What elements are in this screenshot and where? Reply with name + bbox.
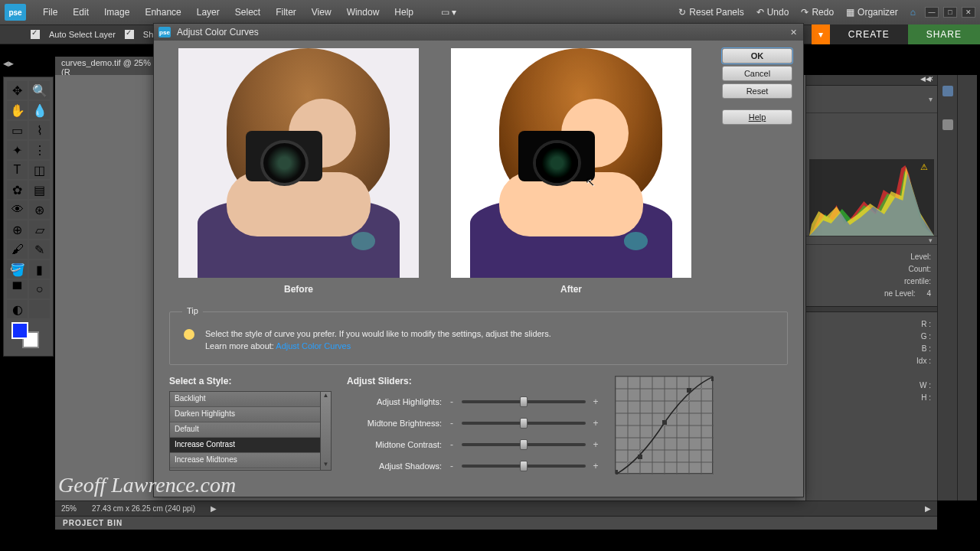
info-panel: R : G : B : Idx : W : H : [806,312,937,410]
dialog-titlebar[interactable]: pse Adjust Color Curves ✕ [154,24,803,41]
eraser-tool[interactable]: ▱ [29,220,50,239]
panel-dropdown-icon[interactable]: ▾ [929,95,933,103]
slider-label: Adjust Shadows: [347,461,442,471]
organizer-button[interactable]: ▦Organizer [841,5,903,19]
smartbrush-tool[interactable]: ✎ [29,240,50,259]
undo-button[interactable]: ↶Undo [752,5,794,19]
style-item[interactable]: Darken Highlights [170,407,320,422]
screen-mode-button[interactable]: ▭ ▾ [436,5,461,19]
menu-image[interactable]: Image [96,7,137,18]
close-button[interactable]: ✕ [962,7,975,18]
plus-icon: + [592,461,599,471]
style-item[interactable]: Default [170,422,320,438]
crop-tool[interactable]: ◫ [29,161,50,179]
dialog-title: Adjust Color Curves [177,27,259,37]
menu-file[interactable]: File [35,7,65,18]
svg-rect-23 [616,470,618,474]
foreground-color[interactable] [11,322,28,339]
reset-button[interactable]: Reset [722,83,792,99]
help-button[interactable]: Help [722,109,792,125]
before-label: Before [178,284,419,295]
minus-icon: - [448,439,456,450]
style-item[interactable]: Backlight [170,392,320,407]
share-tab[interactable]: SHARE [908,24,980,44]
minus-icon: - [448,461,456,471]
highlights-slider[interactable] [462,400,586,403]
redeye-tool[interactable]: 👁 [7,201,28,219]
lasso-tool[interactable]: ⌇ [29,121,50,139]
dialog-close-button[interactable]: ✕ [788,27,799,37]
menu-layer[interactable]: Layer [189,7,227,18]
brush-tool[interactable]: 🖌 [7,240,28,259]
cancel-button[interactable]: Cancel [722,66,792,81]
recompose-tool[interactable]: ▤ [29,181,50,199]
note-tool[interactable]: ▮ [29,260,50,279]
status-arrow-icon[interactable]: ▶ [211,504,217,513]
menu-help[interactable]: Help [387,7,421,18]
blur-tool[interactable]: ○ [29,280,50,298]
menu-window[interactable]: Window [339,7,387,18]
document-tab-row: curves_demo.tif @ 25% (R [55,60,162,75]
plus-icon: + [592,396,599,407]
sponge-tool[interactable]: ◐ [7,300,28,318]
hand-tool[interactable]: ✋ [7,101,28,119]
auto-select-label: Auto Select Layer [49,30,116,39]
after-preview [451,48,691,278]
slider-label: Midtone Brightness: [347,419,442,428]
color-swatches[interactable] [5,319,51,353]
gradient-tool[interactable]: ▀ [7,280,28,298]
home-button[interactable]: ⌂ [906,5,920,19]
edit-tab-dropdown[interactable]: ▾ [812,24,830,44]
style-item[interactable]: Increase Midtones [170,453,320,468]
zoom-tool[interactable]: 🔍 [29,81,50,99]
cookie-tool[interactable]: ✿ [7,181,28,199]
menu-filter[interactable]: Filter [268,7,304,18]
lightbulb-icon [184,329,194,340]
doc-dimensions: 27.43 cm x 26.25 cm (240 ppi) [92,504,195,513]
undo-icon: ↶ [756,7,764,18]
toolbox: ✥🔍 ✋💧 ▭⌇ ✦⋮ T◫ ✿▤ 👁⊛ ⊕▱ 🖌✎ 🪣▮ ▀○ ◐ [3,77,54,357]
ok-button[interactable]: OK [722,48,792,64]
tab-grip-icon[interactable]: ◀▶ [3,60,12,69]
menu-select[interactable]: Select [227,7,268,18]
menu-view[interactable]: View [304,7,339,18]
panel-close-icon[interactable]: ✕ [928,75,936,83]
midtone-brightness-slider[interactable] [462,422,586,425]
after-label: After [451,284,691,295]
histo-menu-icon[interactable]: ▾ [929,236,933,244]
collapsed-panel-1[interactable] [937,75,957,500]
redo-button[interactable]: ↷Redo [796,5,838,19]
menu-edit[interactable]: Edit [65,7,96,18]
minimize-button[interactable]: — [925,7,939,18]
style-item-selected[interactable]: Increase Contrast [170,438,320,453]
maximize-button[interactable]: □ [943,7,957,18]
eyedropper-tool[interactable]: 💧 [29,101,50,119]
scroll-down-icon[interactable]: ▼ [323,461,329,470]
scroll-right-icon[interactable]: ▶ [925,504,931,513]
curve-graph[interactable] [615,376,713,474]
menu-enhance[interactable]: Enhance [137,7,188,18]
project-bin-header[interactable]: PROJECT BIN [55,516,937,530]
tip-link[interactable]: Adjust Color Curves [276,341,351,350]
quickselect-tool[interactable]: ⋮ [29,141,50,159]
slider-label: Adjust Highlights: [347,397,442,406]
show-bounds-checkbox[interactable] [125,30,134,39]
scroll-up-icon[interactable]: ▲ [323,392,329,401]
panel-collapse-icon[interactable]: ◀◀ [920,75,928,83]
style-scrollbar[interactable]: ▲ ▼ [320,392,331,470]
marquee-tool[interactable]: ▭ [7,121,28,139]
auto-select-checkbox[interactable] [31,30,40,39]
zoom-level[interactable]: 25% [61,504,77,513]
reset-panels-button[interactable]: ↻Reset Panels [674,5,748,19]
shadows-slider[interactable] [462,465,586,468]
bucket-tool[interactable]: 🪣 [7,260,28,279]
heal-tool[interactable]: ⊛ [29,201,50,219]
collapsed-panel-2[interactable] [957,75,977,500]
type-tool[interactable]: T [7,161,28,179]
clone-tool[interactable]: ⊕ [7,220,28,239]
move-tool[interactable]: ✥ [7,81,28,99]
wand-tool[interactable]: ✦ [7,141,28,159]
create-tab[interactable]: CREATE [830,24,908,44]
midtone-contrast-slider[interactable] [462,443,586,446]
panel-icon [942,119,953,130]
